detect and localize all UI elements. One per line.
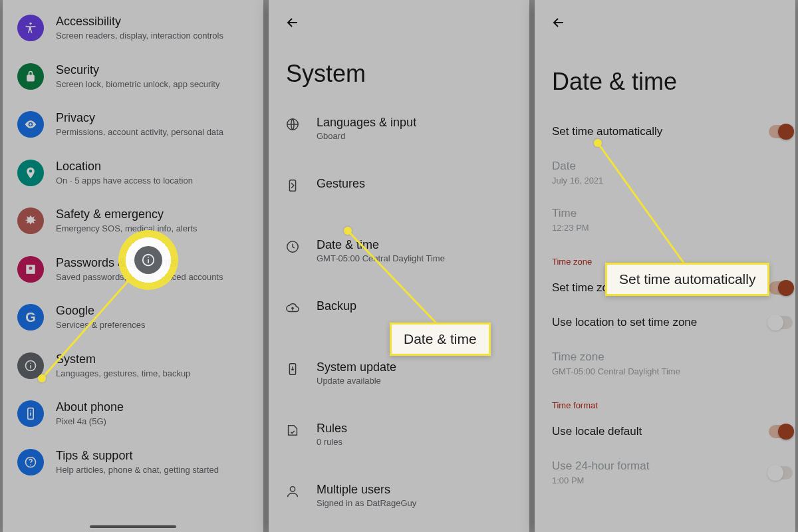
user-icon — [283, 483, 302, 520]
pref-date: Date July 16, 2021 — [552, 149, 778, 196]
toggle-set-time-auto[interactable] — [769, 125, 793, 138]
row-tips-support[interactable]: Tips & support Help articles, phone & ch… — [3, 438, 263, 487]
system-update-icon — [283, 360, 302, 398]
toggle-set-tz-auto[interactable] — [769, 281, 793, 295]
row-safety-emergency[interactable]: Safety & emergency Emergency SOS, medica… — [3, 197, 263, 245]
row-subtitle: Saved passwords, autofill, synced accoun… — [56, 271, 223, 283]
location-icon — [17, 160, 44, 186]
row-subtitle: Emergency SOS, medical info, alerts — [56, 223, 197, 235]
pref-value: July 16, 2021 — [552, 176, 778, 186]
cloud-upload-icon — [283, 299, 302, 336]
row-security[interactable]: Security Screen lock, biometric unlock, … — [3, 53, 263, 101]
row-languages-input[interactable]: Languages & input Gboard — [269, 104, 529, 165]
back-button[interactable] — [279, 9, 306, 36]
pref-set-tz-auto[interactable]: Set time zone automatically — [552, 271, 778, 305]
row-title: Accessibility — [56, 15, 223, 29]
lock-icon — [17, 63, 44, 90]
page-title: System — [269, 36, 529, 104]
row-subtitle: Screen readers, display, interaction con… — [56, 30, 223, 42]
row-subtitle: Services & preferences — [56, 319, 145, 331]
globe-icon — [283, 116, 302, 153]
pref-label: Use 24-hour format — [552, 460, 778, 473]
row-title: Safety & emergency — [56, 207, 197, 221]
toggle-use-locale-default[interactable] — [769, 425, 793, 438]
row-subtitle: Help articles, phone & chat, getting sta… — [56, 464, 219, 476]
row-system[interactable]: System Languages, gestures, time, backup — [3, 342, 263, 390]
pref-label: Set time zone automatically — [552, 281, 778, 295]
row-about-phone[interactable]: About phone Pixel 4a (5G) — [3, 390, 263, 438]
pref-use-location-tz[interactable]: Use location to set time zone — [552, 305, 778, 340]
row-rules[interactable]: Rules 0 rules — [269, 410, 529, 471]
row-subtitle: Languages, gestures, time, backup — [56, 368, 190, 380]
row-title: Privacy — [56, 111, 223, 125]
section-time-zone: Time zone — [552, 243, 778, 271]
row-title: About phone — [56, 400, 124, 414]
row-backup[interactable]: Backup — [269, 287, 529, 348]
row-title: Google — [56, 304, 145, 318]
system-settings-panel: System Languages & input Gboard Gestures… — [269, 0, 529, 532]
pref-time-zone: Time zone GMT-05:00 Central Daylight Tim… — [552, 340, 778, 387]
row-subtitle: Pixel 4a (5G) — [56, 416, 124, 428]
pref-set-time-auto[interactable]: Set time automatically — [552, 114, 778, 149]
row-location[interactable]: Location On · 5 apps have access to loca… — [3, 149, 263, 198]
clock-icon — [283, 238, 302, 275]
google-icon: G — [17, 304, 44, 331]
rules-icon — [283, 422, 302, 459]
row-privacy[interactable]: Privacy Permissions, account activity, p… — [3, 100, 263, 149]
back-button[interactable] — [545, 9, 572, 36]
accessibility-icon — [17, 15, 44, 41]
info-icon — [17, 352, 44, 379]
pref-label: Date — [552, 160, 778, 173]
toggle-use-24h — [769, 466, 793, 479]
page-title: Date & time — [535, 36, 795, 114]
row-subtitle: Update available — [317, 376, 396, 386]
pref-label: Use locale default — [552, 425, 778, 438]
pref-use-locale-default[interactable]: Use locale default — [552, 414, 778, 449]
row-title: Security — [56, 63, 219, 77]
svg-point-0 — [29, 23, 31, 25]
row-title: System — [56, 352, 190, 366]
svg-point-9 — [30, 464, 31, 466]
svg-point-14 — [290, 487, 295, 491]
svg-point-7 — [30, 410, 31, 412]
row-passwords[interactable]: Passwords & accounts Saved passwords, au… — [3, 245, 263, 294]
pref-value: 12:23 PM — [552, 223, 778, 233]
pref-value: GMT-05:00 Central Daylight Time — [552, 366, 778, 376]
row-gestures[interactable]: Gestures — [269, 165, 529, 226]
date-time-settings-panel: Date & time Set time automatically Date … — [535, 0, 795, 532]
emergency-icon — [17, 207, 44, 234]
row-system-update[interactable]: System update Update available — [269, 348, 529, 410]
row-subtitle: Gboard — [317, 131, 416, 141]
row-date-time[interactable]: Date & time GMT-05:00 Central Daylight T… — [269, 226, 529, 287]
svg-point-1 — [29, 123, 31, 125]
row-multiple-users[interactable]: Multiple users Signed in as DatRageGuy — [269, 471, 529, 532]
settings-list: Accessibility Screen readers, display, i… — [3, 0, 263, 486]
row-subtitle: Permissions, account activity, personal … — [56, 126, 223, 138]
svg-point-4 — [30, 362, 31, 364]
pref-use-24h: Use 24-hour format 1:00 PM — [552, 449, 778, 496]
settings-root-panel: Accessibility Screen readers, display, i… — [3, 0, 263, 532]
row-title: Multiple users — [317, 483, 416, 497]
row-google[interactable]: G Google Services & preferences — [3, 293, 263, 342]
phone-info-icon — [17, 400, 44, 427]
row-title: Date & time — [317, 238, 445, 252]
gestures-icon — [283, 177, 302, 214]
gesture-nav-bar[interactable] — [90, 525, 176, 528]
row-subtitle: Screen lock, biometric unlock, app secur… — [56, 78, 219, 90]
eye-icon — [17, 111, 44, 138]
account-box-icon — [17, 256, 44, 283]
pref-label: Use location to set time zone — [552, 316, 778, 329]
system-list: Languages & input Gboard Gestures Date &… — [269, 104, 529, 532]
row-subtitle: On · 5 apps have access to location — [56, 175, 193, 187]
row-title: Rules — [317, 422, 347, 436]
row-title: Tips & support — [56, 449, 219, 463]
row-accessibility[interactable]: Accessibility Screen readers, display, i… — [3, 4, 263, 53]
pref-label: Set time automatically — [552, 125, 778, 138]
row-subtitle: Signed in as DatRageGuy — [317, 498, 416, 508]
row-subtitle: GMT-05:00 Central Daylight Time — [317, 253, 445, 263]
row-title: System update — [317, 360, 396, 374]
pref-time: Time 12:23 PM — [552, 196, 778, 243]
row-title: Backup — [317, 299, 356, 313]
pref-label: Time — [552, 207, 778, 220]
toggle-use-location-tz[interactable] — [769, 316, 793, 329]
